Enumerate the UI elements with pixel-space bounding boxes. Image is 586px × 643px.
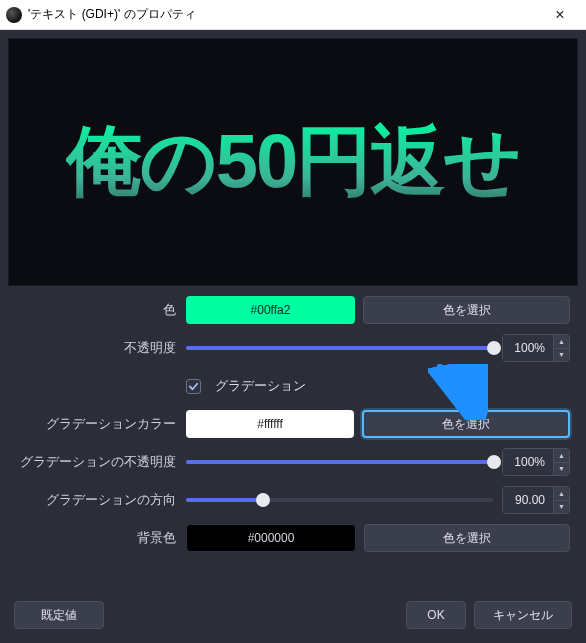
- chevron-up-icon[interactable]: ▲: [554, 449, 569, 463]
- chevron-down-icon[interactable]: ▼: [554, 463, 569, 476]
- chevron-down-icon[interactable]: ▼: [554, 349, 569, 362]
- choose-bg-color-button[interactable]: 色を選択: [364, 524, 570, 552]
- titlebar: 'テキスト (GDI+)' のプロパティ ×: [0, 0, 586, 30]
- obs-icon: [6, 7, 22, 23]
- color-swatch[interactable]: #00ffa2: [186, 296, 355, 324]
- row-gradient-opacity: グラデーションの不透明度 100% ▲▼: [16, 448, 570, 476]
- preview-text: 俺の50円返せ: [66, 111, 521, 214]
- row-gradient-direction: グラデーションの方向 90.00 ▲▼: [16, 486, 570, 514]
- label-gradient-opacity: グラデーションの不透明度: [16, 453, 186, 471]
- ok-button[interactable]: OK: [406, 601, 466, 629]
- gradient-direction-value: 90.00: [515, 493, 545, 507]
- label-opacity: 不透明度: [16, 339, 186, 357]
- close-button[interactable]: ×: [540, 6, 580, 24]
- footer: 既定値 OK キャンセル: [8, 593, 578, 635]
- opacity-value: 100: [514, 341, 534, 355]
- gradient-checkbox[interactable]: [186, 379, 201, 394]
- opacity-spinbox[interactable]: 100% ▲▼: [502, 334, 570, 362]
- chevron-down-icon[interactable]: ▼: [554, 501, 569, 514]
- label-gradient-color: グラデーションカラー: [16, 415, 186, 433]
- opacity-slider[interactable]: [186, 341, 494, 355]
- bg-color-swatch[interactable]: #000000: [186, 524, 356, 552]
- chevron-up-icon[interactable]: ▲: [554, 335, 569, 349]
- defaults-button[interactable]: 既定値: [14, 601, 104, 629]
- row-color: 色 #00ffa2 色を選択: [16, 296, 570, 324]
- gradient-opacity-value: 100: [514, 455, 534, 469]
- gradient-direction-slider[interactable]: [186, 493, 494, 507]
- window-title: 'テキスト (GDI+)' のプロパティ: [28, 6, 540, 23]
- gradient-opacity-slider[interactable]: [186, 455, 494, 469]
- choose-color-button[interactable]: 色を選択: [363, 296, 570, 324]
- row-gradient-checkbox: グラデーション: [16, 372, 570, 400]
- preview-area: 俺の50円返せ: [8, 38, 578, 286]
- label-color: 色: [16, 301, 186, 319]
- label-gradient-direction: グラデーションの方向: [16, 491, 186, 509]
- label-bg-color: 背景色: [16, 529, 186, 547]
- choose-gradient-color-button[interactable]: 色を選択: [362, 410, 570, 438]
- cancel-button[interactable]: キャンセル: [474, 601, 572, 629]
- gradient-direction-spinbox[interactable]: 90.00 ▲▼: [502, 486, 570, 514]
- gradient-opacity-spinbox[interactable]: 100% ▲▼: [502, 448, 570, 476]
- row-gradient-color: グラデーションカラー #ffffff 色を選択: [16, 410, 570, 438]
- gradient-color-swatch[interactable]: #ffffff: [186, 410, 354, 438]
- gradient-checkbox-label: グラデーション: [215, 377, 306, 395]
- chevron-up-icon[interactable]: ▲: [554, 487, 569, 501]
- row-opacity: 不透明度 100% ▲▼: [16, 334, 570, 362]
- row-bg-color: 背景色 #000000 色を選択: [16, 524, 570, 552]
